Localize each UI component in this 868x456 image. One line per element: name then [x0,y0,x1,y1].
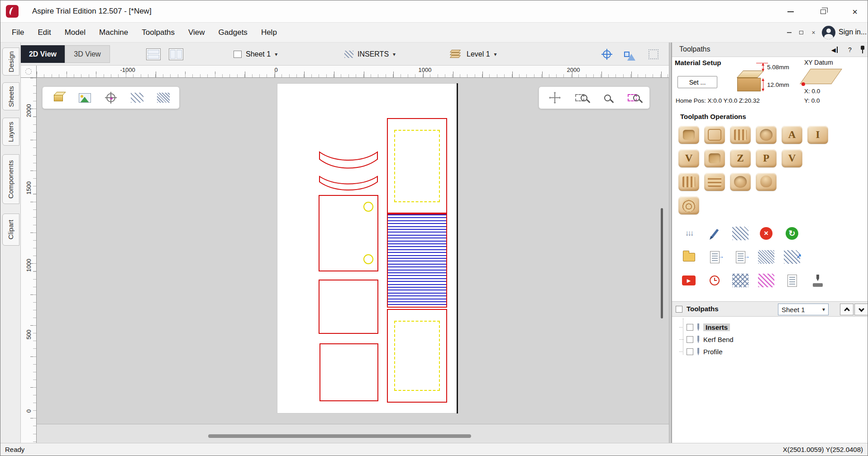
minimize-button[interactable] [777,0,804,23]
hatch-direction-icon[interactable]: ↗ [782,248,802,266]
doc-close-button[interactable]: × [808,28,819,38]
sidebar-tab-components[interactable]: Components [2,154,19,204]
vector-curved-parts[interactable] [319,150,378,195]
doc-minimize-button[interactable] [783,28,795,38]
job-summary-icon[interactable] [782,271,802,290]
video-tutorial-icon[interactable]: ▶ [678,271,699,290]
menu-edit[interactable]: Edit [31,23,57,43]
import-image-button[interactable] [74,89,95,106]
rounding-toolpath-icon[interactable] [730,173,751,191]
highlight-toolpath-icon[interactable] [756,271,777,290]
quick-engrave-icon[interactable]: V [782,149,802,167]
vcarve-text-icon[interactable]: A [782,126,802,144]
doc-restore-button[interactable] [796,28,807,38]
pan-tool-button[interactable] [544,89,565,106]
inlay-text-icon[interactable]: I [807,126,828,144]
drilling-toolpath-icon[interactable]: ↓↓↓ [678,224,699,242]
fluting-toolpath-icon[interactable] [678,173,699,191]
panel-help-button[interactable]: ? [844,44,856,55]
menu-machine[interactable]: Machine [92,23,135,43]
merge-toolpaths-icon[interactable] [730,271,751,290]
set-material-button[interactable]: Set ... [677,76,717,88]
dome-carving-icon[interactable] [756,173,777,191]
save-toolpath-template-icon[interactable]: → [704,248,725,266]
toolpath-item-profile[interactable]: Profile [672,346,867,357]
panel-collapse-button[interactable]: ◀ [829,44,840,55]
toolpath-checkbox[interactable] [687,336,693,343]
material-setup-button[interactable] [48,89,69,106]
split-horizontal-button[interactable] [144,47,163,62]
recalculate-toolpaths-icon[interactable]: ↻ [782,224,802,242]
prism-carve-icon[interactable]: P [756,149,777,167]
profile-toolpath-icon[interactable] [704,126,725,144]
toolpath-item-label: Kerf Bend [703,336,734,343]
zoom-box-button[interactable] [571,89,591,106]
ramp-toolpath-icon[interactable] [704,224,725,242]
hatch-fill-toolpath-icon[interactable] [730,224,751,242]
vector-panel-2[interactable] [319,280,378,334]
drawing-canvas[interactable] [37,78,669,443]
dish-carving-icon[interactable] [756,126,777,144]
open-toolpath-icon[interactable] [678,248,699,266]
save-all-templates-icon[interactable]: → [730,248,751,266]
vector-panel-bottom[interactable] [387,309,447,403]
hatch-tool-button[interactable] [127,89,148,106]
set-datum-button[interactable] [100,89,121,106]
engrave-toolpath-icon[interactable] [704,149,725,167]
pocket-toolpath-icon[interactable] [678,126,699,144]
sheet-filter-select[interactable]: Sheet 1 ▾ [778,304,829,315]
sidebar-tab-layers[interactable]: Layers [2,118,19,146]
menu-model[interactable]: Model [58,23,92,43]
dense-hatch-tool-button[interactable] [153,89,174,106]
spiral-machining-icon[interactable] [678,196,699,214]
tool-database-icon[interactable] [807,271,828,290]
restore-button[interactable] [810,0,836,23]
vector-hole-circle[interactable] [363,254,373,264]
tab-2d-view[interactable]: 2D View [21,45,65,63]
sidebar-tab-sheets[interactable]: Sheets [2,82,19,110]
zcarve-icon[interactable]: Z [730,149,751,167]
vector-panel-top[interactable] [387,118,447,214]
vector-panel-3[interactable] [320,343,378,401]
level-selector[interactable]: Level 1 ▾ [451,47,497,62]
texture-toolpath-icon[interactable] [730,126,751,144]
magnifier-icon [633,95,640,101]
move-toolpath-up-button[interactable] [840,304,854,315]
op-letter: I [816,129,820,141]
tab-3d-view[interactable]: 3D View [65,45,110,63]
toolpath-item-kerf-bend[interactable]: Kerf Bend [672,333,867,345]
sidebar-tab-clipart[interactable]: Clipart [2,214,19,246]
toolpaths-visibility-checkbox[interactable] [676,306,682,313]
preview-simulation-icon[interactable] [704,271,725,290]
close-button[interactable]: × [841,0,868,23]
delete-toolpath-icon[interactable]: × [756,224,777,242]
panel-pin-button[interactable] [857,44,868,55]
menu-help[interactable]: Help [254,23,284,43]
sheet-selector[interactable]: Sheet 1 ▾ [234,47,277,62]
zoom-selected-button[interactable] [623,89,644,106]
move-toolpath-down-button[interactable] [854,304,868,315]
menu-file[interactable]: File [5,23,31,43]
grid-snap-toggle[interactable] [644,46,663,63]
split-vertical-button[interactable] [167,47,186,62]
vbit-carve-icon[interactable]: V [678,149,699,167]
kerf-bend-hatch-region[interactable] [387,214,447,308]
fine-hatch-toolpath-icon[interactable] [756,248,777,266]
vector-hole-circle[interactable] [363,202,373,212]
horizontal-scrollbar-thumb[interactable] [208,434,471,438]
toolpath-item-inserts[interactable]: Inserts [672,321,867,333]
sidebar-tab-design[interactable]: Design [2,48,19,76]
menu-toolpaths[interactable]: Toolpaths [135,23,181,43]
datum-x-readout: X: 0.0 [804,88,820,95]
moulding-toolpath-icon[interactable] [704,173,725,191]
menu-gadgets[interactable]: Gadgets [212,23,254,43]
active-layer-selector[interactable]: INSERTS ▾ [344,47,396,62]
snap-geometry-toggle[interactable] [598,46,616,63]
smart-snap-toggle[interactable] [620,46,639,63]
menu-view[interactable]: View [181,23,212,43]
toolpath-checkbox[interactable] [687,324,693,331]
vertical-scrollbar-thumb[interactable] [661,208,663,318]
sign-in-link[interactable]: Sign in... [839,28,867,36]
zoom-button[interactable] [597,89,618,106]
toolpath-checkbox[interactable] [687,348,693,355]
